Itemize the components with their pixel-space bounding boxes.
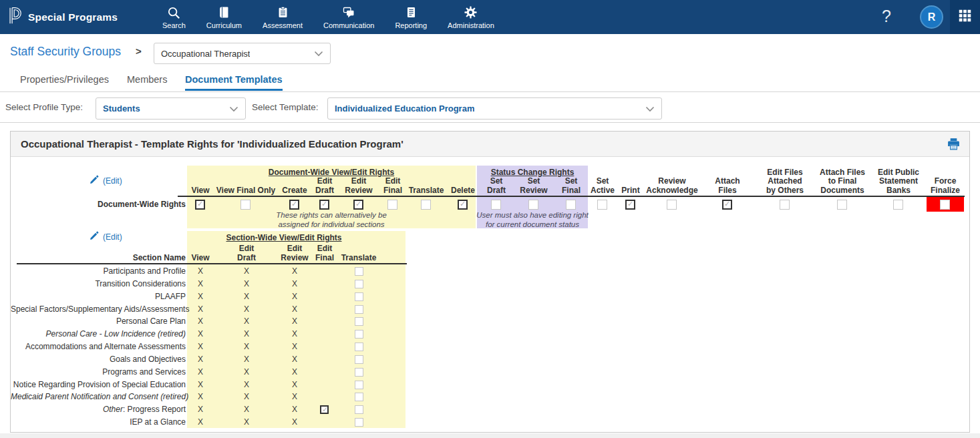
doc-column-header: Edit Files Attached by Others: [766, 168, 804, 195]
translate-checkbox[interactable]: [355, 317, 363, 326]
tab-document-templates[interactable]: Document Templates: [185, 74, 283, 85]
section-name: Special Factors/Supplementary Aids/Asses…: [11, 303, 186, 316]
doc-right-checkbox[interactable]: [458, 200, 468, 210]
topbar: Special Programs SearchCurriculumAssessm…: [0, 0, 980, 34]
nav-item-reporting[interactable]: Reporting: [395, 5, 427, 29]
tab-properties-privileges[interactable]: Properties/Privileges: [20, 74, 109, 85]
tab-bar: Properties/Privileges Members Document T…: [0, 69, 980, 92]
nav-item-assessment[interactable]: Assessment: [263, 5, 303, 29]
breadcrumb-root-link[interactable]: Staff Security Groups: [10, 45, 121, 59]
tab-members[interactable]: Members: [127, 74, 167, 85]
doc-right-checkbox[interactable]: [240, 200, 251, 210]
special-programs-app: Special Programs SearchCurriculumAssessm…: [0, 0, 980, 438]
doc-right-checkbox[interactable]: [893, 200, 903, 210]
doc-right-checkbox[interactable]: [667, 200, 677, 210]
nav-item-communication[interactable]: Communication: [323, 5, 374, 29]
template-dropdown[interactable]: Individualized Education Program: [327, 97, 662, 120]
section-row: Goals and ObjectivesXXX: [11, 353, 969, 366]
doc-right-checkbox[interactable]: [940, 200, 950, 210]
doc-right-checkbox[interactable]: [528, 200, 538, 210]
section-name-header: Section Name: [11, 253, 186, 262]
right-granted-x: X: [198, 265, 203, 278]
app-grid-button[interactable]: [950, 0, 980, 34]
translate-checkbox[interactable]: [355, 280, 363, 288]
doc-right-checkbox[interactable]: [491, 200, 501, 210]
translate-checkbox[interactable]: [355, 355, 363, 364]
security-group-dropdown[interactable]: Occupational Therapist: [154, 43, 331, 64]
translate-checkbox[interactable]: [355, 267, 363, 276]
doc-right-checkbox[interactable]: [353, 200, 363, 210]
doc-right-checkbox[interactable]: [195, 200, 205, 210]
right-granted-x: X: [244, 328, 249, 341]
right-granted-x: X: [198, 391, 203, 403]
nav-item-search[interactable]: Search: [162, 5, 186, 29]
right-granted-x: X: [292, 403, 297, 416]
print-icon[interactable]: [947, 137, 961, 154]
right-granted-x: X: [244, 278, 249, 290]
translate-checkbox[interactable]: [355, 305, 363, 314]
doc-right-checkbox[interactable]: [625, 200, 635, 210]
template-label: Select Template:: [252, 102, 319, 112]
right-granted-x: X: [292, 353, 297, 366]
section-row: Medicaid Parent Notification and Consent…: [11, 391, 969, 403]
right-granted-x: X: [198, 403, 203, 416]
section-header-divider-line: [17, 263, 407, 264]
doc-column-header: View: [191, 186, 209, 195]
right-granted-x: X: [244, 366, 249, 379]
right-granted-x: X: [244, 341, 249, 353]
nav-label: Administration: [448, 21, 494, 29]
section-row: IEP at a GlanceXXX: [11, 416, 969, 429]
translate-checkbox[interactable]: [355, 405, 363, 414]
profile-type-dropdown[interactable]: Students: [96, 97, 246, 120]
panel-header: Occupational Therapist - Template Rights…: [11, 132, 969, 157]
profile-type-value: Students: [96, 103, 140, 114]
right-granted-x: X: [292, 416, 297, 429]
right-granted-x: X: [292, 290, 297, 303]
doc-right-checkbox[interactable]: [289, 200, 299, 210]
nav-item-curriculum[interactable]: Curriculum: [206, 5, 242, 29]
translate-checkbox[interactable]: [355, 343, 363, 351]
doc-column-header: Create: [282, 186, 307, 195]
translate-checkbox[interactable]: [355, 418, 363, 427]
translate-checkbox[interactable]: [355, 292, 363, 301]
translate-checkbox[interactable]: [355, 393, 363, 401]
doc-right-checkbox[interactable]: [421, 200, 431, 210]
section-row: Personal Care - Low Incidence (retired)X…: [11, 328, 969, 341]
doc-right-checkbox[interactable]: [387, 200, 397, 210]
right-granted-x: X: [244, 303, 249, 316]
right-granted-x: X: [198, 353, 203, 366]
doc-right-checkbox[interactable]: [837, 200, 847, 210]
section-name: Programs and Services: [11, 366, 186, 379]
translate-checkbox[interactable]: [355, 330, 363, 339]
section-name: Goals and Objectives: [11, 353, 186, 366]
doc-column-header: Attach Files: [715, 177, 740, 195]
doc-right-checkbox[interactable]: [780, 200, 790, 210]
section-name: Accommodations and Alternate Assessments: [11, 341, 186, 353]
right-granted-x: X: [244, 416, 249, 429]
app-logo[interactable]: Special Programs: [8, 0, 118, 34]
nav-item-administration[interactable]: Administration: [448, 5, 494, 29]
section-column-header: Edit Review: [281, 244, 308, 262]
translate-checkbox[interactable]: [355, 368, 363, 377]
doc-right-checkbox[interactable]: [722, 200, 732, 210]
right-granted-x: X: [198, 379, 203, 391]
help-button[interactable]: ?: [882, 7, 891, 26]
avatar[interactable]: R: [920, 5, 943, 29]
doc-column-header: Set Final: [562, 177, 581, 195]
edit-final-checkbox[interactable]: [320, 405, 329, 414]
right-granted-x: X: [244, 353, 249, 366]
doc-right-checkbox[interactable]: [319, 200, 329, 210]
section-row: Accommodations and Alternate Assessments…: [11, 341, 969, 353]
doc-right-checkbox[interactable]: [566, 200, 576, 210]
translate-checkbox[interactable]: [355, 381, 363, 389]
section-name: Medicaid Parent Notification and Consent…: [11, 391, 186, 403]
filter-bar: Select Profile Type: Students Select Tem…: [0, 93, 980, 123]
section-row: Personal Care PlanXXX: [11, 315, 969, 328]
doc-column-header: View Final Only: [216, 186, 275, 195]
status-note: User must also have editing right for cu…: [476, 211, 588, 230]
book-icon: [218, 5, 230, 20]
doc-right-checkbox[interactable]: [597, 200, 607, 210]
right-granted-x: X: [244, 315, 249, 328]
right-granted-x: X: [244, 265, 249, 278]
right-granted-x: X: [198, 278, 203, 290]
